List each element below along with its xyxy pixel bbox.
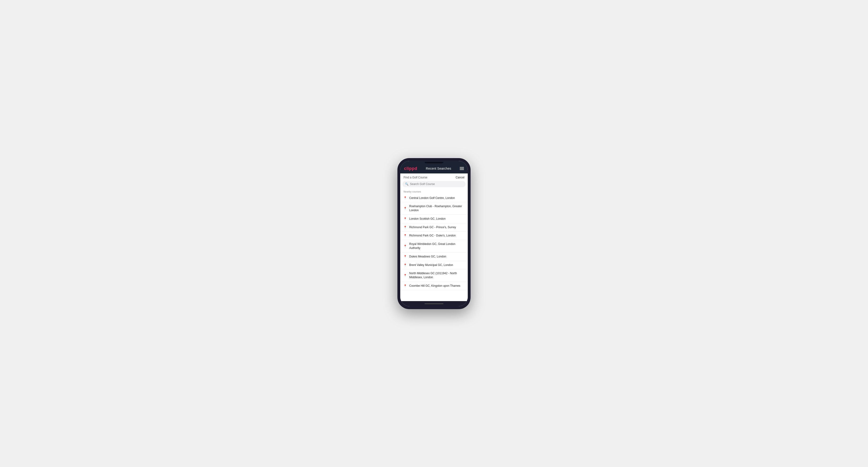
search-panel: Find a Golf Course Cancel 🔍 Nearby cours…	[400, 174, 468, 301]
course-item[interactable]: 📍London Scottish GC, London	[400, 215, 468, 223]
pin-icon: 📍	[404, 245, 407, 248]
app-logo: clippd	[404, 166, 417, 171]
pin-icon: 📍	[404, 263, 407, 267]
course-name: Central London Golf Centre, London	[409, 196, 455, 200]
course-item[interactable]: 📍North Middlesex GC (1011942 - North Mid…	[400, 269, 468, 282]
app-header: clippd Recent Searches	[400, 164, 468, 174]
course-item[interactable]: 📍Coombe Hill GC, Kingston upon Thames	[400, 282, 468, 290]
menu-line-2	[460, 168, 464, 169]
pin-icon: 📍	[404, 207, 407, 210]
notch	[425, 162, 443, 163]
phone-shell: clippd Recent Searches Find a Golf Cours…	[397, 158, 471, 309]
pin-icon: 📍	[404, 274, 407, 277]
course-name: Richmond Park GC - Prince's, Surrey	[409, 225, 456, 229]
search-icon: 🔍	[405, 182, 408, 186]
course-name: North Middlesex GC (1011942 - North Midd…	[409, 271, 464, 279]
pin-icon: 📍	[404, 217, 407, 220]
menu-line-1	[460, 167, 464, 167]
pin-icon: 📍	[404, 196, 407, 199]
course-list: 📍Central London Golf Centre, London📍Roeh…	[400, 194, 468, 290]
find-label: Find a Golf Course	[404, 176, 427, 179]
course-name: Dukes Meadows GC, London	[409, 255, 446, 259]
course-name: Roehampton Club - Roehampton, Greater Lo…	[409, 205, 464, 212]
find-header: Find a Golf Course Cancel	[400, 174, 468, 181]
home-indicator	[400, 301, 468, 306]
pin-icon: 📍	[404, 234, 407, 237]
course-item[interactable]: 📍Royal Wimbledon GC, Great London Author…	[400, 240, 468, 252]
course-item[interactable]: 📍Dukes Meadows GC, London	[400, 252, 468, 261]
course-name: London Scottish GC, London	[409, 217, 445, 221]
app-title: Recent Searches	[426, 166, 451, 170]
course-item[interactable]: 📍Richmond Park GC - Prince's, Surrey	[400, 223, 468, 232]
course-name: Brent Valley Municipal GC, London	[409, 263, 453, 267]
course-name: Coombe Hill GC, Kingston upon Thames	[409, 284, 460, 288]
search-box: 🔍	[403, 181, 465, 187]
home-bar	[425, 303, 443, 304]
menu-icon[interactable]	[460, 167, 464, 170]
pin-icon: 📍	[404, 255, 407, 258]
course-item[interactable]: 📍Brent Valley Municipal GC, London	[400, 261, 468, 270]
menu-line-3	[460, 169, 464, 170]
pin-icon: 📍	[404, 226, 407, 229]
phone-screen: clippd Recent Searches Find a Golf Cours…	[400, 161, 468, 306]
search-input[interactable]	[410, 182, 463, 186]
status-bar	[400, 161, 468, 164]
course-item[interactable]: 📍Central London Golf Centre, London	[400, 194, 468, 203]
cancel-button[interactable]: Cancel	[456, 176, 464, 179]
nearby-label: Nearby courses	[400, 189, 468, 194]
pin-icon: 📍	[404, 284, 407, 287]
course-name: Royal Wimbledon GC, Great London Authori…	[409, 242, 464, 250]
course-name: Richmond Park GC - Duke's, London	[409, 234, 456, 238]
course-item[interactable]: 📍Roehampton Club - Roehampton, Greater L…	[400, 202, 468, 215]
course-item[interactable]: 📍Richmond Park GC - Duke's, London	[400, 231, 468, 240]
